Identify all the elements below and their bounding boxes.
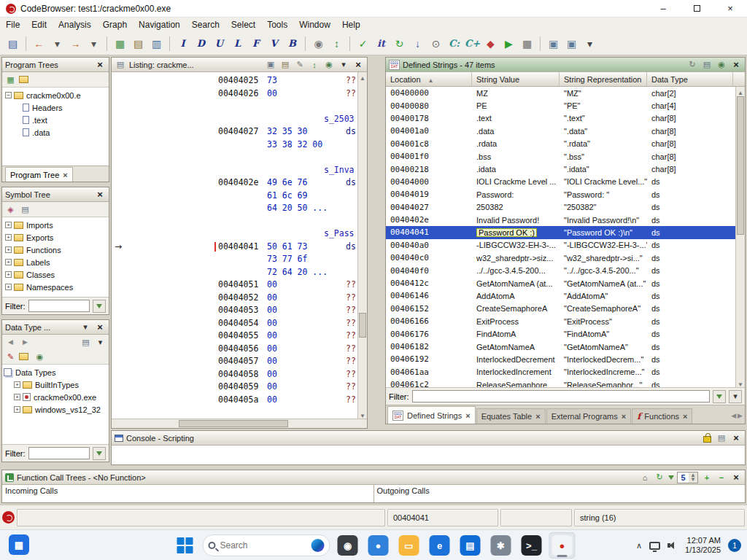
menu-window[interactable]: Window	[293, 20, 336, 30]
clock-icon[interactable]: ⊙	[427, 35, 444, 52]
drive-c-icon[interactable]: C:	[446, 35, 462, 52]
terminal-icon[interactable]: >_	[519, 532, 545, 559]
symbol-tree-header[interactable]: Symbol Tree	[2, 187, 109, 202]
clear-console-icon[interactable]	[716, 432, 727, 444]
table-row[interactable]: 004001c8.rdata".rdata"char[8]	[386, 138, 745, 150]
listing-row[interactable]: s_Pass	[112, 228, 367, 241]
search-input[interactable]	[220, 540, 307, 551]
menu-select[interactable]: Select	[225, 20, 261, 30]
listing-row[interactable]: 0040405200??	[112, 292, 367, 305]
toggle-b-icon[interactable]: B	[284, 35, 301, 52]
scroll-thumb[interactable]	[359, 313, 366, 338]
expander-icon[interactable]: +	[5, 222, 12, 228]
home-icon[interactable]	[639, 472, 651, 483]
listing-body[interactable]: 0040402573??0040402600??s_25030040402732…	[112, 72, 367, 419]
panel-menu-icon[interactable]	[80, 322, 91, 333]
next-datatype-icon[interactable]	[19, 336, 31, 349]
expander-icon[interactable]: +	[5, 246, 12, 253]
tree-item-crackme0x00-exe[interactable]: +crackme0x00.exe	[4, 391, 109, 403]
listing-row[interactable]: s_Inva	[112, 164, 367, 177]
scroll-down-icon[interactable]	[736, 378, 745, 387]
expander-icon[interactable]: +	[14, 394, 20, 400]
bookmarks-icon[interactable]: ▥	[148, 35, 165, 52]
save-icon[interactable]: ▤	[4, 35, 21, 52]
table-row[interactable]: 004040f0../../gcc-3.4.5-200..."../../gcc…	[386, 264, 745, 276]
new-tree-icon[interactable]	[4, 74, 17, 86]
table-row[interactable]: 004001a0.data".data"char[8]	[386, 125, 745, 137]
table-row[interactable]: 004040a0-LIBGCCW32-EH-3-..."-LIBGCCW32-E…	[386, 239, 745, 252]
tree-item-crackme0x00-e[interactable]: −crackme0x00.e	[4, 89, 109, 101]
listing-row[interactable]: 0040405500??	[112, 330, 367, 343]
menu-analysis[interactable]: Analysis	[53, 20, 97, 30]
close-icon[interactable]	[63, 171, 67, 179]
chat-app-icon[interactable]: ●	[365, 532, 392, 559]
column-header-string-value[interactable]: String Value	[472, 72, 560, 86]
spinner-arrows[interactable]	[689, 472, 697, 483]
sidebar-item-exports[interactable]: +Exports	[4, 231, 109, 244]
edit-datatype-icon[interactable]	[4, 351, 17, 363]
capture-view-icon[interactable]	[4, 203, 17, 216]
table-row[interactable]: 00406182GetAtomNameA"GetAtomNameA"ds	[386, 341, 745, 353]
column-header-string-representation[interactable]: String Representation	[560, 72, 647, 86]
table-row[interactable]: 0040412cGetAtomNameA (at..."GetAtomNameA…	[386, 277, 745, 289]
refresh-icon[interactable]: ↻	[391, 35, 408, 52]
memory-icon[interactable]: ▦	[519, 35, 535, 52]
listing-row[interactable]: 0040405700??	[112, 355, 367, 368]
previous-datatype-icon[interactable]	[4, 336, 17, 349]
toggle-f-icon[interactable]: F	[247, 35, 264, 52]
menu-edit[interactable]: Edit	[26, 20, 53, 30]
column-header-location[interactable]: Location	[386, 72, 472, 86]
listing-row[interactable]: 64 20 50 ...	[112, 202, 367, 215]
listing-row[interactable]: 61 6c 69	[112, 190, 367, 203]
nav-forward-icon[interactable]: →	[67, 35, 84, 52]
filter-options-icon[interactable]	[93, 447, 106, 460]
sidebar-item-labels[interactable]: +Labels	[4, 256, 109, 268]
table-row[interactable]: 00406176FindAtomA"FindAtomA"ds	[386, 327, 745, 340]
outgoing-calls-pane[interactable]: Outgoing Calls	[374, 485, 746, 502]
menu-help[interactable]: Help	[336, 20, 366, 30]
expander-icon[interactable]: +	[5, 271, 12, 278]
register-view-icon[interactable]: ▤	[130, 35, 147, 52]
open-archive-icon[interactable]	[19, 351, 31, 363]
patch-icon[interactable]: ◆	[482, 35, 499, 52]
listing-row[interactable]: 0040405100??	[112, 279, 367, 292]
listing-row[interactable]: 0040402732 35 30ds	[112, 125, 367, 139]
symbol-filter-input[interactable]	[28, 300, 90, 312]
navigate-updown-icon[interactable]	[309, 59, 320, 71]
tab-equates-table[interactable]: Equates Table	[476, 408, 546, 424]
tree-item-windows-vs12-32[interactable]: +windows_vs12_32	[4, 403, 109, 416]
listing-hscrollbar[interactable]	[112, 419, 367, 428]
console-header[interactable]: Console - Scripting	[112, 431, 745, 446]
tree-item-headers[interactable]: Headers	[4, 101, 109, 114]
spin-down-icon[interactable]	[690, 478, 696, 482]
pull-icon[interactable]: ↓	[409, 35, 426, 52]
cast-icon[interactable]	[649, 542, 660, 550]
tab-functions[interactable]: Functions	[632, 408, 692, 424]
depth-spinner[interactable]: 5	[677, 472, 698, 483]
close-icon[interactable]	[730, 59, 742, 71]
memory-map-icon[interactable]: ▦	[112, 35, 128, 52]
close-icon[interactable]	[683, 412, 687, 421]
call-trees-header[interactable]: Function Call Trees - <No Function> 5	[2, 470, 745, 485]
close-icon[interactable]	[465, 411, 470, 420]
menu-file[interactable]: File	[0, 20, 26, 30]
program-tree-tab[interactable]: Program Tree	[5, 167, 73, 182]
column-settings-icon[interactable]	[729, 390, 742, 403]
scroll-thumb[interactable]	[179, 420, 288, 427]
settings-app-icon[interactable]: ✱	[488, 532, 514, 559]
close-icon[interactable]	[730, 432, 742, 444]
listing-row[interactable]: 0040404150 61 73ds→	[112, 241, 367, 254]
table-row[interactable]: 00406146AddAtomA"AddAtomA"ds	[386, 289, 745, 302]
listing-row[interactable]: 73 77 6f	[112, 253, 367, 266]
expand-all-icon[interactable]	[701, 472, 713, 483]
tool-options-icon[interactable]	[94, 336, 107, 349]
volume-icon[interactable]	[667, 541, 678, 550]
close-icon[interactable]	[352, 59, 364, 71]
close-icon[interactable]	[94, 59, 106, 71]
listing-row[interactable]: 0040402e49 6e 76ds	[112, 176, 367, 190]
strings-filter-input[interactable]	[412, 390, 711, 402]
widgets-icon[interactable]: ▦	[9, 534, 29, 555]
cpp-icon[interactable]: C+	[464, 35, 481, 52]
expander-icon[interactable]: +	[14, 406, 20, 413]
expander-icon[interactable]: +	[5, 259, 12, 265]
